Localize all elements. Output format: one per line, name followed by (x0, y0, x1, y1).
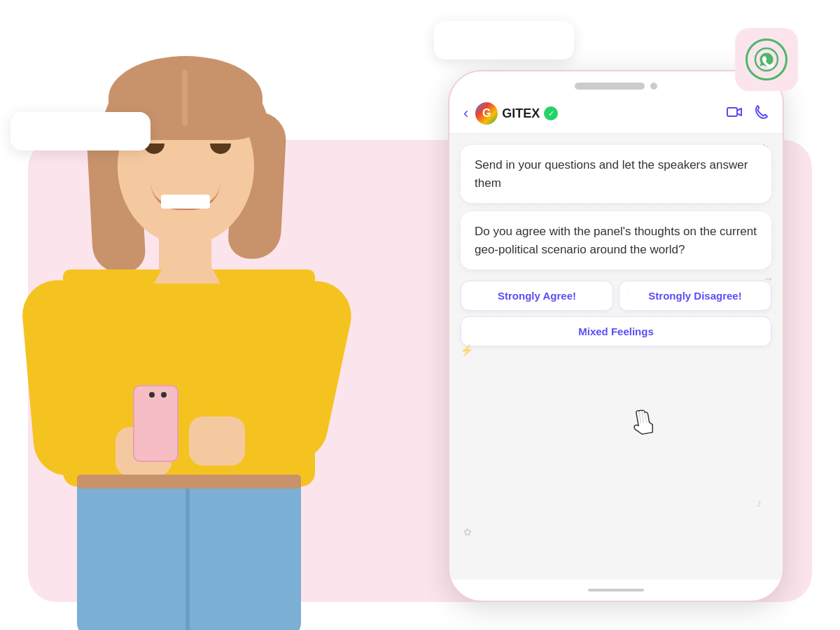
scene: ‹ G GITEX ✓ (0, 0, 840, 630)
chat-message-1: Send in your questions and let the speak… (461, 145, 771, 203)
poll-option-agree[interactable]: Strongly Agree! (461, 281, 613, 311)
poll-option-disagree[interactable]: Strongly Disagree! (619, 281, 771, 311)
floating-bubble-center (434, 21, 574, 59)
phone-bottom-bar (449, 580, 783, 601)
doodle-music: ♪ (756, 497, 762, 510)
chat-header: ‹ G GITEX ✓ (449, 95, 783, 134)
header-actions (727, 104, 769, 123)
chat-body: ★ ☺ ♡ ♪ ✿ ⇝ ⚡ Send in your questions and… (449, 134, 783, 580)
whatsapp-icon (746, 38, 788, 80)
verified-badge: ✓ (544, 106, 558, 120)
poll-row-1: Strongly Agree! Strongly Disagree! (461, 281, 771, 311)
notch-pill (575, 83, 645, 90)
doodle-arrow: ⇝ (764, 274, 772, 284)
phone-notch-area (449, 71, 783, 95)
poll-option-mixed[interactable]: Mixed Feelings (461, 316, 771, 346)
phone-call-icon[interactable] (753, 104, 769, 123)
doodle-flower: ✿ (463, 526, 472, 538)
notch-dot (650, 83, 657, 90)
message-2-text: Do you agree with the panel's thoughts o… (475, 223, 757, 258)
video-call-icon[interactable] (727, 104, 742, 123)
home-indicator (588, 589, 644, 592)
doodle-lightning: ⚡ (460, 344, 474, 357)
back-button[interactable]: ‹ (463, 104, 468, 122)
cursor-pointer (629, 408, 657, 442)
whatsapp-icon-container[interactable] (735, 28, 798, 91)
chat-name: GITEX (502, 106, 540, 121)
phone-mockup: ‹ G GITEX ✓ (448, 70, 784, 602)
poll-options: Strongly Agree! Strongly Disagree! Mixed… (461, 281, 771, 346)
floating-bubble-left (10, 112, 150, 150)
gitex-logo: G (475, 102, 498, 125)
svg-rect-1 (727, 108, 737, 116)
message-1-text: Send in your questions and let the speak… (475, 156, 757, 192)
chat-message-2: Do you agree with the panel's thoughts o… (461, 211, 771, 270)
